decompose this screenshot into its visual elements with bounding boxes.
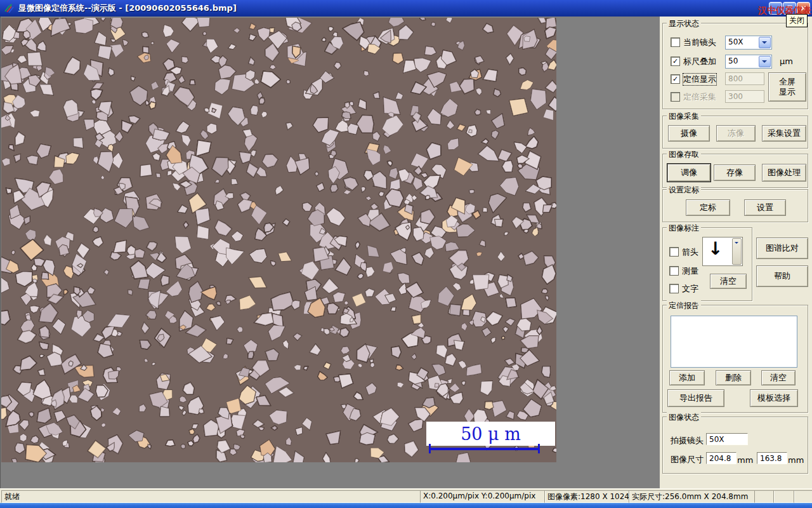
status-ready: 就绪: [1, 490, 421, 503]
group-capture-label: 图像采集: [667, 111, 701, 122]
status-actual-size: 实际尺寸:256.0mm X 204.8mm: [629, 490, 755, 503]
template-select-button[interactable]: 模板选择: [750, 389, 798, 407]
scale-value-select[interactable]: 50: [725, 55, 772, 69]
status-empty-2: [773, 490, 795, 503]
image-size-label: 图像尺寸: [671, 454, 704, 465]
image-process-button[interactable]: 图像处理: [762, 164, 806, 182]
image-height-unit: mm: [788, 455, 804, 465]
taskbar-edge: [0, 503, 812, 508]
fixed-display-checkbox[interactable]: ✓: [671, 74, 680, 84]
scalebar-label: 50 μ m: [461, 424, 521, 444]
arrow-checkbox[interactable]: [669, 247, 679, 257]
scale-overlay-label: 标尺叠加: [683, 56, 716, 67]
atlas-compare-button[interactable]: 图谱比对: [756, 237, 808, 259]
image-width-value: 204.8: [706, 452, 737, 464]
text-checkbox[interactable]: [669, 284, 679, 293]
scalebar-tick-right: [538, 444, 540, 453]
fullscreen-button-line2: 显示: [779, 87, 796, 97]
current-lens-label: 当前镜头: [683, 37, 716, 48]
fixed-capture-input: 300: [725, 90, 764, 103]
scalebar-line: [429, 448, 540, 450]
report-listbox[interactable]: [671, 316, 797, 368]
status-bar: 就绪 X:0.200μm/pix Y:0.200μm/pix 图像像素:1280…: [0, 488, 812, 504]
restore-button[interactable]: [783, 2, 796, 15]
image-height-value: 163.8: [757, 452, 787, 464]
chevron-down-icon[interactable]: [759, 56, 771, 67]
status-empty-1: [754, 490, 775, 503]
load-image-button[interactable]: 调像: [667, 164, 710, 182]
arrow-style-select[interactable]: ↓: [702, 237, 743, 266]
micrograph-image: [1, 18, 556, 462]
chevron-down-icon[interactable]: [759, 37, 771, 48]
group-image-status-label: 图像状态: [667, 412, 701, 423]
close-button[interactable]: ×: [797, 2, 810, 15]
shoot-button[interactable]: 摄像: [668, 125, 710, 142]
scalebar-overlay: 50 μ m: [426, 422, 555, 446]
save-image-button[interactable]: 存像: [714, 164, 756, 181]
group-annotation-label: 图像标注: [667, 223, 701, 234]
fixed-capture-checkbox: [671, 92, 680, 102]
status-image-pixels: 图像像素:1280 X 1024: [544, 490, 630, 503]
report-clear-button[interactable]: 清空: [761, 370, 796, 385]
current-lens-value: 50X: [726, 36, 758, 49]
freeze-button: 冻像: [716, 125, 756, 142]
group-storage-label: 图像存取: [667, 149, 701, 160]
group-report-label: 定倍报告: [667, 300, 701, 311]
current-lens-select[interactable]: 50X: [725, 36, 772, 50]
group-calibration-label: 设置定标: [667, 185, 701, 196]
fullscreen-button[interactable]: 全屏 显示: [768, 72, 806, 102]
close-tooltip: 关闭: [786, 14, 808, 27]
export-report-button[interactable]: 导出报告: [667, 389, 724, 407]
status-empty-3: [794, 490, 812, 503]
group-display-status: 显示状态 当前镜头 50X ✓ 标尺叠加 50 μm ✓ 定倍显示 800 定倍…: [662, 23, 808, 109]
measure-label: 测量: [682, 265, 698, 277]
help-button[interactable]: 帮助: [756, 265, 808, 287]
calibrate-button[interactable]: 定标: [686, 199, 730, 216]
minimize-button[interactable]: [769, 2, 782, 15]
chevron-down-icon[interactable]: [732, 238, 742, 265]
group-annotation: 图像标注 箭头 测量 文字 ↓ 清空: [662, 227, 752, 301]
app-icon: [3, 3, 15, 14]
arrow-label: 箭头: [682, 246, 698, 258]
report-add-button[interactable]: 添加: [669, 370, 705, 385]
group-report: 定倍报告 添加 删除 清空 导出报告 模板选择: [662, 305, 808, 413]
calibration-settings-button[interactable]: 设置: [744, 199, 786, 216]
capture-settings-button[interactable]: 采集设置: [762, 125, 806, 142]
group-image-status: 图像状态 拍摄镜头 50X 图像尺寸 204.8 mm 163.8 mm: [662, 417, 808, 474]
current-lens-checkbox[interactable]: [671, 37, 680, 47]
window-controls: ×: [769, 2, 810, 15]
fixed-capture-label: 定倍采集: [683, 91, 716, 103]
scale-overlay-checkbox[interactable]: ✓: [671, 57, 680, 66]
status-pixel-scale: X:0.200μm/pix Y:0.200μm/pix: [420, 490, 546, 503]
annotation-clear-button[interactable]: 清空: [710, 274, 747, 289]
fixed-display-input: 800: [725, 72, 764, 85]
fixed-display-label: 定倍显示: [683, 74, 716, 85]
image-width-unit: mm: [737, 455, 753, 465]
scale-unit-label: μm: [780, 57, 793, 66]
title-bar: 显微图像定倍系统--演示版 - [20090602055646.bmp]: [0, 0, 812, 17]
window-title: 显微图像定倍系统--演示版 - [20090602055646.bmp]: [18, 3, 237, 14]
measure-checkbox[interactable]: [669, 266, 679, 276]
shoot-lens-value: 50X: [706, 433, 748, 445]
group-display-status-label: 显示状态: [667, 18, 701, 29]
group-calibration: 设置定标 定标 设置: [662, 189, 808, 222]
text-label: 文字: [682, 283, 698, 295]
scale-value: 50: [726, 55, 758, 68]
report-delete-button[interactable]: 删除: [716, 370, 751, 385]
group-storage: 图像存取 调像 存像 图像处理: [662, 154, 808, 188]
shoot-lens-label: 拍摄镜头: [671, 435, 704, 446]
scalebar-tick-left: [429, 444, 431, 453]
arrow-style-icon: ↓: [703, 237, 731, 265]
fullscreen-button-line1: 全屏: [779, 77, 796, 87]
group-capture: 图像采集 摄像 冻像 采集设置: [662, 116, 808, 149]
app-window: 显微图像定倍系统--演示版 - [20090602055646.bmp] × 汉…: [0, 0, 812, 508]
